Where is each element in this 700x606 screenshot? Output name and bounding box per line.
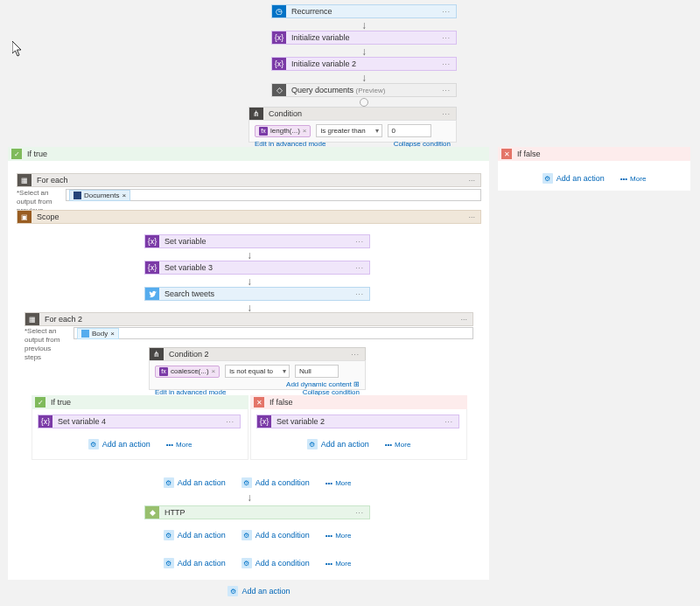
step-init-variable-1[interactable]: {x} Initialize variable ··· — [271, 31, 457, 45]
step-label: Scope — [37, 212, 463, 221]
remove-icon[interactable]: × — [212, 367, 216, 375]
more-link[interactable]: •••More — [326, 560, 352, 568]
workflow-icon: ⚙ — [242, 530, 252, 540]
workflow-icon: ⚙ — [164, 530, 174, 540]
step-set-variable-3[interactable]: {x} Set variable 3 ··· — [144, 261, 370, 275]
ellipsis-icon[interactable]: ··· — [460, 315, 467, 324]
token-documents[interactable]: Documents× — [69, 190, 130, 201]
add-condition-link[interactable]: ⚙Add a condition — [242, 477, 310, 488]
arrow-down-icon: ↓ — [359, 45, 369, 58]
action-row: ⚙Add an action ⚙Add a condition •••More — [149, 477, 366, 488]
branch-header-false: ✕ If false — [250, 395, 467, 409]
step-for-each[interactable]: ▦ For each ··· — [17, 173, 481, 187]
variable-icon: {x} — [145, 235, 159, 247]
step-label: Search tweets — [164, 289, 350, 298]
step-label: HTTP — [164, 508, 350, 517]
step-set-variable[interactable]: {x} Set variable ··· — [144, 234, 370, 248]
more-link[interactable]: •••More — [620, 175, 647, 183]
step-query-documents[interactable]: ◇ Query documents (Preview) ··· — [271, 83, 457, 97]
step-set-variable-4[interactable]: {x} Set variable 4 ··· — [38, 414, 241, 428]
step-scope[interactable]: ▣ Scope ··· — [17, 210, 481, 224]
step-recurrence[interactable]: ◷ Recurrence ··· — [271, 4, 457, 18]
mouse-cursor — [12, 41, 23, 53]
value-input[interactable]: 0 — [388, 124, 431, 137]
step-label: Initialize variable — [291, 33, 437, 42]
branch-label: If true — [27, 150, 47, 158]
expression-pill[interactable]: fx coalesce(...) × — [155, 366, 220, 378]
action-row: ⚙Add an action •••More — [256, 439, 461, 449]
more-link[interactable]: •••More — [385, 441, 411, 449]
token-body[interactable]: Body× — [77, 328, 119, 339]
fx-icon: fx — [159, 367, 168, 376]
remove-icon[interactable]: × — [303, 127, 307, 135]
ellipsis-icon[interactable]: ··· — [351, 351, 360, 359]
expression-text: length(...) — [270, 127, 300, 135]
condition-2-body: fx coalesce(...) × is not equal to Null … — [149, 360, 366, 390]
more-link[interactable]: •••More — [166, 441, 192, 449]
variable-icon: {x} — [272, 31, 286, 44]
add-condition-link[interactable]: ⚙Add a condition — [242, 558, 310, 568]
add-action-link[interactable]: ⚙Add an action — [164, 558, 226, 568]
ellipsis-icon[interactable]: ··· — [355, 290, 364, 298]
step-label: Set variable 2 — [276, 417, 439, 426]
ellipsis-icon[interactable]: ··· — [468, 212, 475, 221]
step-label: Set variable 4 — [58, 417, 220, 426]
variable-icon: {x} — [38, 415, 52, 428]
action-row: ⚙Add an action •••More — [498, 173, 690, 184]
ellipsis-icon[interactable]: ··· — [442, 34, 451, 42]
arrow-down-icon: ↓ — [359, 19, 369, 31]
step-condition-2[interactable]: ⋔ Condition 2 ··· — [149, 347, 366, 361]
add-action-link[interactable]: ⚙Add an action — [542, 173, 605, 184]
add-action-link[interactable]: ⚙Add an action — [228, 586, 290, 596]
foreach-icon: ▦ — [18, 174, 32, 186]
add-action-link[interactable]: ⚙Add an action — [307, 439, 369, 449]
step-condition[interactable]: ⋔ Condition ··· — [248, 107, 457, 121]
workflow-icon: ⚙ — [542, 173, 553, 184]
expression-pill[interactable]: fx length(...) × — [255, 125, 311, 137]
foreach-output-input[interactable]: Documents× — [66, 189, 481, 201]
condition-body: fx length(...) × is greater than 0 Edit … — [248, 120, 457, 143]
action-row: ⚙Add an action — [206, 586, 312, 596]
ellipsis-icon[interactable]: ··· — [444, 418, 453, 426]
add-step-handle[interactable] — [360, 98, 368, 107]
action-row: ⚙Add an action ⚙Add a condition •••More — [149, 558, 366, 568]
step-http[interactable]: ◆ HTTP ··· — [144, 505, 370, 519]
add-dynamic-content-link[interactable]: Add dynamic content ⊞ — [286, 380, 360, 388]
ellipsis-icon[interactable]: ··· — [468, 176, 475, 185]
ellipsis-icon[interactable]: ··· — [442, 87, 451, 94]
add-action-link[interactable]: ⚙Add an action — [88, 439, 150, 449]
ellipsis-icon[interactable]: ··· — [442, 60, 451, 68]
ellipsis-icon[interactable]: ··· — [442, 110, 451, 118]
value-input[interactable]: Null — [295, 365, 339, 378]
add-condition-link[interactable]: ⚙Add a condition — [242, 530, 310, 540]
ellipsis-icon[interactable]: ··· — [355, 238, 364, 246]
step-search-tweets[interactable]: Search tweets ··· — [144, 287, 370, 301]
step-label: Recurrence — [291, 7, 437, 16]
arrow-down-icon: ↓ — [244, 275, 255, 288]
ellipsis-icon[interactable]: ··· — [226, 418, 234, 426]
ellipsis-icon[interactable]: ··· — [442, 8, 451, 16]
remove-icon[interactable]: × — [122, 192, 126, 199]
step-label: Set variable — [164, 237, 350, 246]
operator-select[interactable]: is not equal to — [225, 365, 290, 378]
step-for-each-2[interactable]: ▦ For each 2 ··· — [24, 312, 473, 326]
remove-icon[interactable]: × — [110, 330, 115, 338]
ellipsis-icon[interactable]: ··· — [355, 264, 364, 272]
step-label: For each — [37, 176, 463, 185]
ellipsis-icon[interactable]: ··· — [355, 509, 364, 517]
step-set-variable-2[interactable]: {x} Set variable 2 ··· — [256, 414, 459, 428]
branch-header-true: ✓ If true — [32, 395, 248, 409]
branch-icon: ⋔ — [150, 348, 164, 360]
clock-icon: ◷ — [272, 5, 286, 17]
operator-select[interactable]: is greater than — [316, 124, 382, 137]
more-link[interactable]: •••More — [326, 479, 352, 487]
add-action-link[interactable]: ⚙Add an action — [164, 477, 226, 488]
workflow-icon: ⚙ — [307, 439, 318, 449]
foreach2-output-input[interactable]: Body× — [74, 327, 473, 339]
more-link[interactable]: •••More — [326, 532, 352, 540]
step-init-variable-2[interactable]: {x} Initialize variable 2 ··· — [271, 57, 457, 71]
variable-icon: {x} — [145, 261, 159, 274]
branch-label: If false — [270, 398, 293, 407]
variable-icon: {x} — [272, 58, 286, 70]
add-action-link[interactable]: ⚙Add an action — [164, 530, 226, 540]
